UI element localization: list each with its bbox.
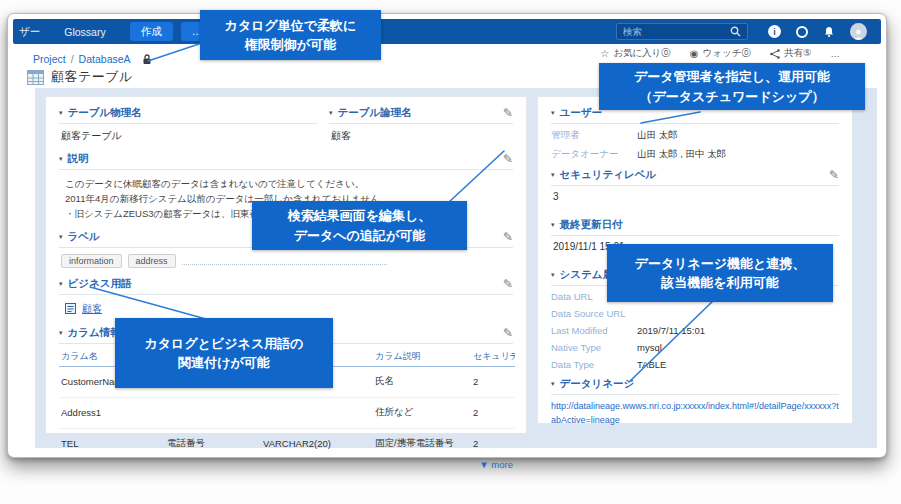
last-modified-label: Last Modified xyxy=(551,325,637,336)
callout-data-lineage: データリネージ機能と連携、該当機能を利用可能 xyxy=(607,244,833,302)
search-input[interactable] xyxy=(623,26,730,37)
logical-name-value: 顧客 xyxy=(329,124,513,152)
edit-labels-pencil-icon[interactable]: ✎ xyxy=(503,231,513,243)
tag-chip: information xyxy=(61,254,122,268)
last-updated-label: 最終更新日付 xyxy=(560,218,839,232)
section-bullet-icon: ▾ xyxy=(59,155,63,163)
last-modified-value: 2019/7/11 15:01 xyxy=(637,325,705,336)
nav-item-glossary[interactable]: Glossary xyxy=(64,26,105,38)
callout-data-stewardship: データ管理者を指定し、運用可能（データスチュワードシップ） xyxy=(599,63,865,110)
admin-value: 山田 太郎 xyxy=(637,129,678,142)
cell-logical-name xyxy=(165,397,261,428)
page-background: ザー Glossary 作成 … i xyxy=(0,0,901,504)
share-label: 共有⑤ xyxy=(784,47,812,60)
breadcrumb: Project / DatabaseA xyxy=(33,53,152,65)
data-type-label: Data Type xyxy=(551,359,637,370)
edit-business-term-pencil-icon[interactable]: ✎ xyxy=(503,278,513,290)
breadcrumb-database-link[interactable]: DatabaseA xyxy=(79,53,131,65)
share-icon xyxy=(770,49,780,59)
watch-label: ウォッチ⓪ xyxy=(703,47,751,60)
section-bullet-icon: ▾ xyxy=(551,221,555,229)
data-type-value: TABLE xyxy=(637,359,666,370)
ellipsis-icon: … xyxy=(831,48,841,59)
security-level-label: セキュリティレベル xyxy=(560,168,829,182)
share-button[interactable]: 共有⑤ xyxy=(770,47,812,60)
section-bullet-icon: ▾ xyxy=(59,280,63,288)
navbar-icon-group: i xyxy=(768,23,867,40)
favorite-label: お気に入り⓪ xyxy=(613,47,671,60)
edit-security-pencil-icon[interactable]: ✎ xyxy=(829,169,839,181)
section-bullet-icon: ▾ xyxy=(59,109,63,117)
watch-button[interactable]: ◉ ウォッチ⓪ xyxy=(690,47,751,60)
cell-column-name: Address1 xyxy=(59,397,165,428)
physical-name-value: 顧客テーブル xyxy=(59,124,317,152)
native-type-value: mysql xyxy=(637,342,662,353)
column-header: カラム説明 xyxy=(373,347,471,367)
avatar[interactable] xyxy=(850,23,867,40)
section-bullet-icon: ▾ xyxy=(551,109,555,117)
edit-columns-pencil-icon[interactable]: ✎ xyxy=(503,327,513,339)
top-navbar: ザー Glossary 作成 … i xyxy=(13,19,881,44)
cell-column-name: TEL xyxy=(59,428,165,459)
page-title: 顧客テーブル xyxy=(51,68,133,86)
page-toolbar: ☆ お気に入り⓪ ◉ ウォッチ⓪ 共有⑤ … xyxy=(600,47,840,60)
search-box[interactable] xyxy=(616,23,748,40)
business-term-link[interactable]: 顧客 xyxy=(82,302,102,316)
cell-logical-name: 電話番号 xyxy=(165,428,261,459)
section-bullet-icon: ▾ xyxy=(551,380,555,388)
cell-security-level: 2 xyxy=(471,366,515,397)
create-button[interactable]: 作成 xyxy=(130,22,173,41)
lock-icon xyxy=(142,54,152,65)
callout-edit-search-result: 検索結果画面を編集し、データへの追記が可能 xyxy=(252,201,467,250)
callout-permission-control: カタログ単位で柔軟に権限制御が可能 xyxy=(200,10,381,60)
tags-row: information address xyxy=(59,248,513,277)
logical-name-label: テーブル論理名 xyxy=(338,106,503,120)
section-bullet-icon: ▾ xyxy=(59,233,63,241)
section-bullet-icon: ▾ xyxy=(59,329,63,337)
description-label: 説明 xyxy=(68,152,503,166)
business-term-label: ビジネス用語 xyxy=(68,277,503,291)
edit-names-pencil-icon[interactable]: ✎ xyxy=(503,107,513,119)
data-owner-value: 山田 太郎 , 田中 太郎 xyxy=(637,148,726,161)
cell-security-level: 2 xyxy=(471,397,515,428)
cell-description: 氏名 xyxy=(373,366,471,397)
cell-security-level: 2 xyxy=(471,428,515,459)
search-icon[interactable] xyxy=(730,26,741,37)
tag-chip: address xyxy=(128,254,176,268)
callout-catalog-term-link: カタログとビジネス用語の関連付けが可能 xyxy=(115,318,333,388)
cell-data-type xyxy=(261,397,373,428)
data-source-url-label: Data Source URL xyxy=(551,308,637,319)
section-bullet-icon: ▾ xyxy=(551,171,555,179)
data-lineage-label: データリネージ xyxy=(560,377,839,391)
data-owner-label: データオーナー xyxy=(551,148,637,161)
section-bullet-icon: ▾ xyxy=(551,271,555,279)
physical-name-label: テーブル物理名 xyxy=(68,106,317,120)
more-link[interactable]: ▼ more xyxy=(59,459,513,470)
breadcrumb-project-link[interactable]: Project xyxy=(33,53,66,65)
security-level-value: 3 xyxy=(551,186,839,211)
star-icon: ☆ xyxy=(600,48,609,59)
table-icon xyxy=(27,70,44,85)
business-term-icon xyxy=(65,303,76,314)
help-icon[interactable] xyxy=(796,26,808,38)
native-type-label: Native Type xyxy=(551,342,637,353)
tag-placeholder-line xyxy=(182,256,387,265)
watch-icon: ◉ xyxy=(690,48,699,59)
favorite-button[interactable]: ☆ お気に入り⓪ xyxy=(600,47,671,60)
data-lineage-link[interactable]: http://datalineage.wwws.nri.co.jp:xxxxx/… xyxy=(551,395,839,428)
breadcrumb-separator: / xyxy=(71,53,74,65)
table-row: TEL 電話番号 VARCHAR2(20) 固定/携帯電話番号 2 xyxy=(59,428,515,459)
section-bullet-icon: ▾ xyxy=(329,109,333,117)
toolbar-more-button[interactable]: … xyxy=(831,48,841,59)
column-header: セキュリティレベル xyxy=(471,347,515,367)
cell-description: 住所など xyxy=(373,397,471,428)
table-row: Address1 住所など 2 xyxy=(59,397,515,428)
edit-description-pencil-icon[interactable]: ✎ xyxy=(503,153,513,165)
admin-label: 管理者 xyxy=(551,129,637,142)
cell-data-type: VARCHAR2(20) xyxy=(261,428,373,459)
nav-item-user[interactable]: ザー xyxy=(19,25,40,39)
cell-description: 固定/携帯電話番号 xyxy=(373,428,471,459)
title-row: 顧客テーブル xyxy=(27,68,133,86)
info-icon[interactable]: i xyxy=(768,25,781,38)
notification-bell-icon[interactable] xyxy=(823,26,835,38)
